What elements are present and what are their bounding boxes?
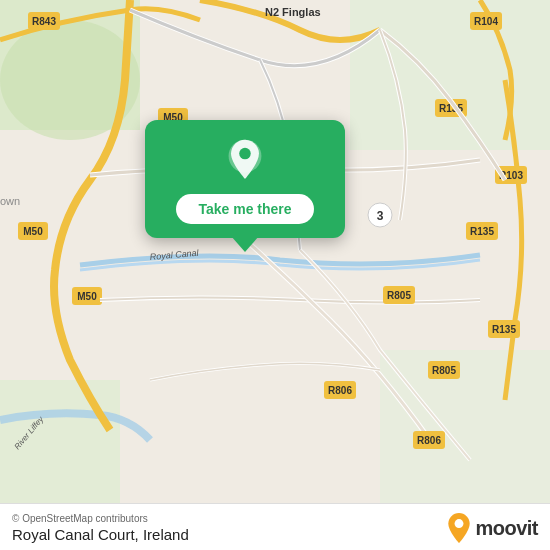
svg-text:own: own — [0, 195, 20, 207]
svg-text:R805: R805 — [432, 365, 456, 376]
svg-text:R806: R806 — [328, 385, 352, 396]
svg-text:R843: R843 — [32, 16, 56, 27]
svg-text:M50: M50 — [23, 226, 43, 237]
map-svg: M50 M50 M50 R843 N2 Finglas R104 R135 R1… — [0, 0, 550, 550]
svg-text:R135: R135 — [470, 226, 494, 237]
svg-point-38 — [239, 148, 251, 160]
svg-text:M50: M50 — [77, 291, 97, 302]
map-attribution: © OpenStreetMap contributors — [12, 513, 189, 524]
svg-text:3: 3 — [377, 209, 384, 223]
location-name: Royal Canal Court, Ireland — [12, 526, 189, 543]
svg-rect-2 — [350, 0, 550, 150]
svg-text:R135: R135 — [492, 324, 516, 335]
svg-text:R806: R806 — [417, 435, 441, 446]
moovit-pin-icon — [445, 512, 473, 544]
svg-point-39 — [455, 519, 464, 528]
location-popup: Take me there — [145, 120, 345, 238]
location-info: © OpenStreetMap contributors Royal Canal… — [12, 513, 189, 543]
moovit-logo: moovit — [445, 512, 538, 544]
take-me-there-button[interactable]: Take me there — [176, 194, 313, 224]
bottom-bar: © OpenStreetMap contributors Royal Canal… — [0, 503, 550, 550]
svg-text:N2 Finglas: N2 Finglas — [265, 6, 321, 18]
map-container: M50 M50 M50 R843 N2 Finglas R104 R135 R1… — [0, 0, 550, 550]
svg-text:R104: R104 — [474, 16, 498, 27]
moovit-brand-text: moovit — [475, 517, 538, 540]
svg-text:R805: R805 — [387, 290, 411, 301]
pin-icon — [222, 138, 268, 184]
